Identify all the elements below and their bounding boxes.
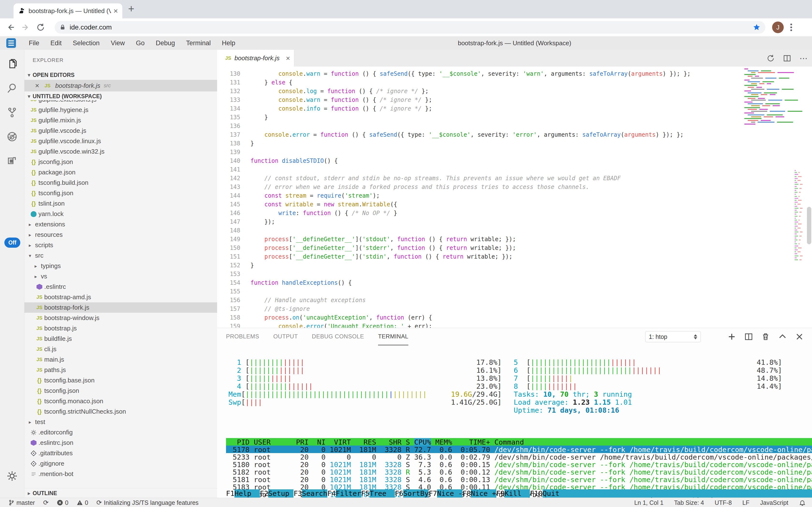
process-row[interactable]: 5181 root 20 0 1021M 181M 3328 S 4.6 0.6…: [226, 475, 812, 483]
split-editor-icon[interactable]: [783, 54, 791, 62]
debug-disabled-icon[interactable]: [0, 131, 24, 142]
tree-item-.gitignore[interactable]: .gitignore: [24, 458, 217, 469]
warnings-item[interactable]: 0: [77, 499, 88, 506]
tree-item-bootstrap.js[interactable]: JSbootstrap.js: [24, 323, 217, 334]
tree-item-.eslintrc.json[interactable]: .eslintrc.json: [24, 438, 217, 448]
tree-item-.mention-bot[interactable]: .mention-bot: [24, 469, 217, 479]
tree-item-extensions[interactable]: ▸extensions: [24, 219, 217, 230]
tree-item-tsconfig.base.json[interactable]: {}tsconfig.base.json: [24, 375, 217, 386]
settings-gear-icon[interactable]: [0, 471, 24, 482]
panel-tab-output[interactable]: OUTPUT: [273, 328, 298, 345]
tree-item-jsconfig.json[interactable]: {}jsconfig.json: [24, 157, 217, 167]
tree-item-gulpfile.vscode.win32.js[interactable]: JSgulpfile.vscode.win32.js: [24, 146, 217, 157]
tree-item-bootstrap-fork.js[interactable]: JSbootstrap-fork.js: [24, 302, 217, 313]
status-javascript[interactable]: JavaScript: [760, 499, 788, 506]
editor-tab-active[interactable]: JS bootstrap-fork.js ×: [217, 50, 294, 66]
menu-edit[interactable]: Edit: [45, 40, 67, 47]
reload-icon[interactable]: [36, 23, 45, 32]
tree-item-test[interactable]: ▸test: [24, 417, 217, 427]
tree-item-tslint.json[interactable]: {}tslint.json: [24, 199, 217, 209]
tree-item-tsconfig.json[interactable]: {}tsconfig.json: [24, 188, 217, 199]
terminal-select[interactable]: 1: htop: [645, 331, 701, 342]
tree-item-.gitattributes[interactable]: .gitattributes: [24, 448, 217, 458]
sync-icon[interactable]: ⟳: [43, 499, 49, 507]
bookmark-star-icon[interactable]: [753, 23, 760, 31]
tree-item-cli.js[interactable]: JScli.js: [24, 344, 217, 354]
open-editor-item[interactable]: × JS bootstrap-fork.js src: [24, 80, 217, 92]
process-row[interactable]: 5182 root 20 0 1021M 181M 3328 R 5.3 0.6…: [226, 468, 812, 475]
tree-item-yarn.lock[interactable]: yarn.lock: [24, 209, 217, 219]
branch-item[interactable]: master: [8, 499, 35, 506]
panel-tab-debug-console[interactable]: DEBUG CONSOLE: [312, 328, 364, 345]
menu-file[interactable]: File: [23, 40, 45, 47]
editor-tab-close-icon[interactable]: ×: [286, 54, 290, 62]
tree-item-bootstrap-amd.js[interactable]: JSbootstrap-amd.js: [24, 292, 217, 302]
browser-avatar[interactable]: J: [772, 21, 784, 33]
status-lf[interactable]: LF: [742, 499, 749, 506]
process-row[interactable]: 5233 root 20 0 0 0 0 Z 36.3 0.0 0:02.79 …: [226, 453, 812, 460]
search-icon[interactable]: [0, 83, 24, 94]
address-bar[interactable]: ide.coder.com: [55, 21, 765, 34]
tree-item-buildfile.js[interactable]: JSbuildfile.js: [24, 334, 217, 344]
menu-terminal[interactable]: Terminal: [181, 40, 216, 47]
browser-tab-close-icon[interactable]: ×: [113, 7, 118, 15]
tree-item-tsconfig.json[interactable]: {}tsconfig.json: [24, 386, 217, 396]
tree-item-vs[interactable]: ▸vs: [24, 271, 217, 282]
tree-item-src[interactable]: ▾src: [24, 250, 217, 261]
close-panel-icon[interactable]: [795, 332, 804, 341]
tree-item-tsconfig.monaco.json[interactable]: {}tsconfig.monaco.json: [24, 396, 217, 406]
menu-view[interactable]: View: [105, 40, 130, 47]
split-terminal-icon[interactable]: [744, 332, 753, 341]
explorer-icon[interactable]: [0, 59, 24, 70]
process-row[interactable]: 5178 root 20 0 1021M 181M 3328 R 72.7 0.…: [226, 446, 812, 453]
browser-menu-icon[interactable]: [790, 23, 793, 32]
open-changes-icon[interactable]: [766, 54, 775, 62]
menu-go[interactable]: Go: [130, 40, 150, 47]
tree-item-gulpfile.extensions.js[interactable]: JSgulpfile.extensions.js: [24, 100, 217, 105]
panel-tab-terminal[interactable]: TERMINAL: [378, 328, 408, 345]
tree-item-paths.js[interactable]: JSpaths.js: [24, 365, 217, 375]
browser-tab[interactable]: bootstrap-fork.js — Untitled (V ×: [13, 3, 122, 18]
back-icon[interactable]: [6, 23, 15, 32]
tree-item-.eslintrc[interactable]: .eslintrc: [24, 282, 217, 292]
more-actions-icon[interactable]: ⋯: [799, 57, 808, 59]
editor-scrollbar[interactable]: [807, 207, 811, 244]
tree-item-resources[interactable]: ▸resources: [24, 230, 217, 240]
terminal[interactable]: 1 [|||||||||||||17.8%] 2 [|||||||||||||1…: [217, 345, 812, 498]
bell-icon[interactable]: [799, 499, 806, 506]
open-editors-section[interactable]: ▾ OPEN EDITORS: [24, 70, 217, 80]
minimap[interactable]: [743, 68, 806, 328]
tree-item-typings[interactable]: ▸typings: [24, 261, 217, 271]
source-control-icon[interactable]: [0, 107, 24, 118]
menu-debug[interactable]: Debug: [150, 40, 181, 47]
panel-tab-problems[interactable]: PROBLEMS: [226, 328, 259, 345]
tree-item-main.js[interactable]: JSmain.js: [24, 354, 217, 365]
outline-section[interactable]: ▸ OUTLINE: [24, 488, 217, 498]
code-editor[interactable]: 130 console.warn = function () { safeSen…: [217, 66, 812, 328]
status-ln[interactable]: Ln 1, Col 1: [634, 499, 664, 506]
url-text[interactable]: ide.coder.com: [70, 23, 753, 31]
close-icon[interactable]: ×: [35, 81, 40, 90]
tree-item-gulpfile.vscode.js[interactable]: JSgulpfile.vscode.js: [24, 125, 217, 136]
tree-item-tsconfig.strictNullChecks.json[interactable]: {}tsconfig.strictNullChecks.json: [24, 406, 217, 417]
tree-item-bootstrap-window.js[interactable]: JSbootstrap-window.js: [24, 313, 217, 323]
maximize-panel-icon[interactable]: [778, 332, 787, 341]
workspace-section[interactable]: ▾ UNTITLED (WORKSPACE): [24, 92, 217, 101]
telemetry-off-badge[interactable]: Off: [4, 237, 20, 248]
extensions-icon[interactable]: [0, 155, 24, 166]
menu-selection[interactable]: Selection: [67, 40, 105, 47]
new-terminal-icon[interactable]: [728, 332, 736, 341]
tree-item-.editorconfig[interactable]: .editorconfig: [24, 427, 217, 438]
tree-item-tsconfig.build.json[interactable]: {}tsconfig.build.json: [24, 177, 217, 188]
tree-item-scripts[interactable]: ▸scripts: [24, 240, 217, 250]
process-row[interactable]: 5180 root 20 0 1021M 181M 3328 S 7.3 0.6…: [226, 460, 812, 468]
kill-terminal-icon[interactable]: [761, 332, 770, 341]
forward-icon[interactable]: [21, 23, 30, 32]
tree-item-gulpfile.mixin.js[interactable]: JSgulpfile.mixin.js: [24, 115, 217, 125]
status-tab[interactable]: Tab Size: 4: [674, 499, 704, 506]
new-tab-button[interactable]: +: [128, 3, 134, 14]
tree-item-gulpfile.vscode.linux.js[interactable]: JSgulpfile.vscode.linux.js: [24, 136, 217, 146]
tree-item-gulpfile.hygiene.js[interactable]: JSgulpfile.hygiene.js: [24, 105, 217, 115]
tree-item-package.json[interactable]: {}package.json: [24, 167, 217, 177]
status-utf-8[interactable]: UTF-8: [714, 499, 732, 506]
